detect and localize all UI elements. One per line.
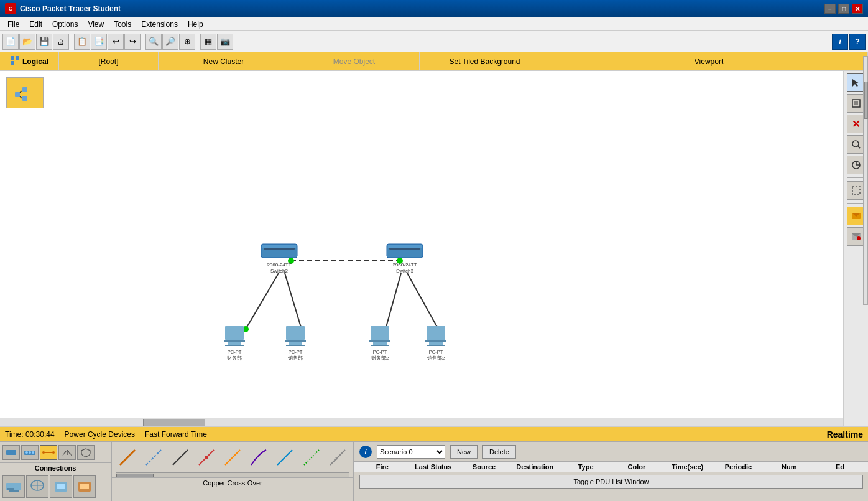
svg-rect-45 xyxy=(852,100,860,107)
pdu-col-type: Type xyxy=(560,463,611,471)
copy-button[interactable]: 📋 xyxy=(74,34,90,50)
menu-extensions[interactable]: Extensions xyxy=(136,19,183,30)
pdu-col-last-status: Last Status xyxy=(408,463,459,471)
open-button[interactable]: 📂 xyxy=(19,34,35,50)
app-title: Cisco Packet Tracer Student xyxy=(20,4,824,13)
v-scrollbar-thumb[interactable] xyxy=(864,82,868,119)
send-pdu-button[interactable] xyxy=(847,207,866,225)
help-info-button[interactable]: i xyxy=(832,34,848,50)
menu-options[interactable]: Options xyxy=(47,19,83,30)
maximize-button[interactable]: □ xyxy=(838,4,849,14)
save-button[interactable]: 💾 xyxy=(36,34,52,50)
right-toolbar-separator2 xyxy=(847,203,865,204)
svg-rect-23 xyxy=(225,345,244,346)
undo-button[interactable]: ↩ xyxy=(108,34,124,50)
serial-cable-icon[interactable] xyxy=(169,446,190,469)
note-tool-button[interactable] xyxy=(847,94,866,113)
connections-device-icon[interactable] xyxy=(40,445,57,460)
device-sub-3[interactable] xyxy=(50,475,72,498)
svg-point-60 xyxy=(29,451,31,454)
switch-device-icon[interactable] xyxy=(21,445,39,460)
select-rect-tool-button[interactable] xyxy=(847,181,866,200)
menu-edit[interactable]: Edit xyxy=(24,19,47,30)
fiber-cable-icon[interactable] xyxy=(222,446,243,469)
zoom-tools: 🔍 🔎 ⊕ xyxy=(145,34,195,50)
fast-forward-button[interactable]: Fast Forward Time xyxy=(145,430,207,439)
logical-view[interactable]: Logical xyxy=(0,52,59,70)
dce-cable-icon[interactable] xyxy=(248,446,269,469)
misc-tools: ▦ 📷 xyxy=(200,34,233,50)
print-button[interactable]: 🖨 xyxy=(53,34,69,50)
pc2-device[interactable]: PC-PT 销售部 xyxy=(285,326,306,361)
new-button[interactable]: 📄 xyxy=(2,34,19,50)
menu-help[interactable]: Help xyxy=(183,19,208,30)
svg-point-56 xyxy=(857,236,861,240)
sw2-pc2-link xyxy=(285,273,302,329)
viewport-button[interactable]: Viewport xyxy=(550,52,868,70)
device-sub-4[interactable] xyxy=(73,475,96,498)
pdu-col-time: Time(sec) xyxy=(662,463,713,471)
power-cycle-button[interactable]: Power Cycle Devices xyxy=(65,430,135,439)
network-canvas[interactable]: 2960-24TT Switch2 2960-24TT Switch3 PC-P… xyxy=(0,71,843,426)
svg-point-79 xyxy=(205,456,208,459)
device-sub-2[interactable] xyxy=(26,475,48,498)
paste-button[interactable]: 📑 xyxy=(91,34,107,50)
delete-pdu-button[interactable]: Delete xyxy=(482,445,516,459)
main-toolbar: 📄 📂 💾 🖨 📋 📑 ↩ ↪ 🔍 🔎 ⊕ ▦ 📷 i ? xyxy=(0,31,868,52)
zoom-in-button[interactable]: 🔍 xyxy=(145,34,162,50)
zoom-reset-button[interactable]: ⊕ xyxy=(179,34,195,50)
switch3-device[interactable]: 2960-24TT Switch3 xyxy=(387,244,423,274)
auto-cable-icon[interactable]: A xyxy=(327,446,348,469)
svg-rect-17 xyxy=(389,248,420,250)
cable-h-scrollbar[interactable] xyxy=(116,472,349,477)
toggle-pdu-window-button[interactable]: Toggle PDU List Window xyxy=(359,475,863,489)
svg-rect-9 xyxy=(262,245,296,248)
sw3-pc4-link xyxy=(407,273,438,329)
device-sub-1[interactable] xyxy=(2,475,25,498)
usb-cable-icon[interactable] xyxy=(274,446,295,469)
root-breadcrumb[interactable]: [Root] xyxy=(59,52,159,70)
help-question-button[interactable]: ? xyxy=(849,34,866,50)
wireless-device-icon[interactable] xyxy=(58,445,76,460)
redo-button[interactable]: ↪ xyxy=(124,34,141,50)
app-logo: C xyxy=(5,3,16,14)
menu-file[interactable]: File xyxy=(2,19,24,30)
device-panel: Connections xyxy=(0,442,112,501)
menu-view[interactable]: View xyxy=(83,19,109,30)
scenario-select[interactable]: Scenario 0 xyxy=(377,445,445,459)
wireless-link-icon[interactable] xyxy=(301,446,322,469)
svg-rect-1 xyxy=(16,56,19,60)
resize-tool-button[interactable] xyxy=(847,156,866,174)
phone-cable-icon[interactable] xyxy=(196,446,217,469)
grid-button[interactable]: ▦ xyxy=(200,34,216,50)
set-tiled-button[interactable]: Set Tiled Background xyxy=(420,52,550,70)
svg-rect-41 xyxy=(427,345,445,346)
delete-tool-button[interactable]: ✕ xyxy=(847,115,866,133)
network-device-icon[interactable] xyxy=(2,445,20,460)
menu-tools[interactable]: Tools xyxy=(109,19,136,30)
edit-tools: 📋 📑 ↩ ↪ xyxy=(74,34,141,50)
move-object-button[interactable]: Move Object xyxy=(289,52,420,70)
pdu-panel: i Scenario 0 New Delete Fire Last Status… xyxy=(354,442,868,501)
new-cluster-button[interactable]: New Cluster xyxy=(159,52,289,70)
straight-cable-icon[interactable] xyxy=(117,446,138,469)
inspect-tool-button[interactable] xyxy=(847,135,866,154)
h-scrollbar-thumb[interactable] xyxy=(143,419,205,426)
svg-line-82 xyxy=(281,454,289,461)
minimize-button[interactable]: − xyxy=(824,4,836,14)
pc1-device[interactable]: PC-PT 财务部 xyxy=(224,326,245,361)
cable-scroll-thumb[interactable] xyxy=(116,474,154,477)
send-pdu-complex-button[interactable] xyxy=(847,227,866,246)
pdu-col-num: Num xyxy=(764,463,815,471)
h-scrollbar[interactable] xyxy=(0,418,843,426)
pc4-device[interactable]: PC-PT 销售部2 xyxy=(425,326,446,361)
crossover-cable-icon[interactable] xyxy=(143,446,164,469)
new-pdu-button[interactable]: New xyxy=(450,445,478,459)
v-scrollbar[interactable] xyxy=(863,56,868,305)
security-device-icon[interactable] xyxy=(77,445,95,460)
screenshot-button[interactable]: 📷 xyxy=(217,34,233,50)
pc3-device[interactable]: PC-PT 财务部2 xyxy=(369,326,390,361)
zoom-out-button[interactable]: 🔎 xyxy=(162,34,178,50)
close-button[interactable]: ✕ xyxy=(852,4,863,14)
select-tool-button[interactable] xyxy=(847,73,866,92)
